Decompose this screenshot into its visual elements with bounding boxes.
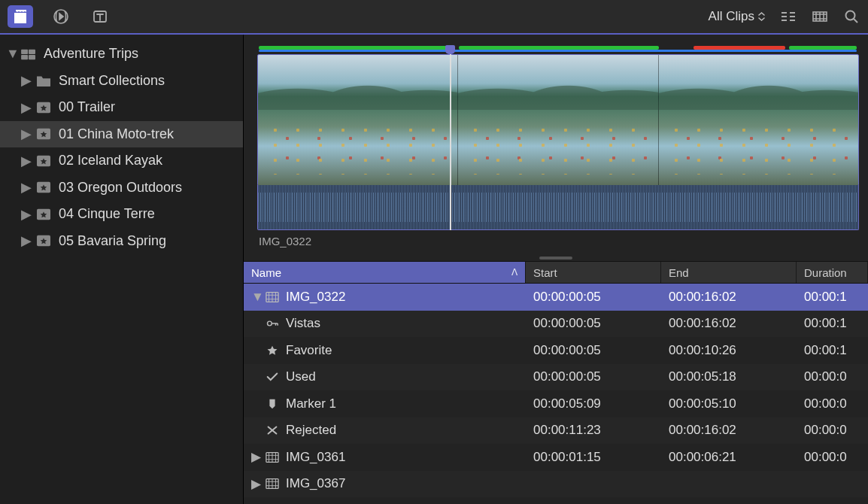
cell-dur: 00:00:0 [797, 390, 868, 417]
list-row[interactable]: ▼IMG_032200:00:00:0500:00:16:0200:00:1 [244, 284, 868, 311]
disclosure-triangle-icon[interactable]: ▶ [251, 449, 262, 465]
cell-start: 00:00:00:05 [526, 337, 661, 364]
list-row[interactable]: Rejected00:00:11:2300:00:16:0200:00:0 [244, 417, 868, 445]
film-icon [265, 477, 280, 490]
list-row[interactable]: ▶IMG_0367 [244, 471, 868, 498]
star-icon [265, 344, 280, 357]
audio-waveform[interactable] [257, 185, 859, 230]
cell-dur [797, 471, 868, 498]
key-icon [265, 317, 280, 330]
sidebar-item[interactable]: ▶05 Bavaria Spring [0, 228, 243, 255]
disclosure-triangle-icon[interactable]: ▶ [21, 72, 32, 89]
column-end[interactable]: End [661, 262, 797, 283]
cell-dur: 00:00:0 [797, 417, 868, 445]
sidebar-item-label: 05 Bavaria Spring [59, 233, 166, 249]
cell-end [661, 471, 797, 498]
column-start[interactable]: Start [526, 262, 661, 283]
x-icon [265, 424, 280, 437]
cell-start: 00:00:01:15 [526, 444, 661, 471]
audio-tab-icon[interactable] [50, 5, 72, 28]
marker-icon [265, 397, 280, 411]
library-name: Adventure Trips [44, 46, 138, 62]
media-tab-icon[interactable] [8, 5, 33, 28]
event-icon [35, 153, 53, 169]
disclosure-triangle-icon[interactable]: ▶ [21, 206, 32, 223]
event-icon [35, 180, 53, 195]
disclosure-triangle-icon[interactable]: ▼ [6, 46, 17, 62]
event-icon [35, 233, 53, 248]
marker-bar [257, 45, 859, 54]
svg-rect-6 [21, 55, 28, 59]
row-name: Rejected [286, 423, 336, 438]
cell-start [526, 471, 661, 498]
folder-icon [35, 73, 53, 88]
updown-caret-icon [757, 11, 766, 23]
filmstrip[interactable] [257, 54, 859, 186]
svg-rect-5 [29, 49, 35, 53]
disclosure-triangle-icon[interactable]: ▼ [251, 290, 262, 305]
sort-caret-icon: ᐱ [511, 267, 517, 278]
cell-end: 00:00:05:18 [661, 364, 797, 391]
film-icon [265, 451, 280, 464]
cell-end: 00:00:16:02 [661, 311, 797, 338]
sidebar-item-label: Smart Collections [59, 73, 165, 89]
range-marker[interactable] [259, 50, 856, 52]
sidebar-item[interactable]: ▶00 Trailer [0, 94, 243, 121]
library-root[interactable]: ▼ Adventure Trips [0, 41, 243, 68]
event-icon [35, 100, 53, 115]
sidebar-item[interactable]: ▶02 Iceland Kayak [0, 147, 243, 175]
svg-point-15 [268, 321, 272, 326]
disclosure-triangle-icon[interactable]: ▶ [21, 153, 32, 169]
toolbar: All Clips [0, 0, 868, 35]
disclosure-triangle-icon[interactable]: ▶ [251, 476, 262, 492]
svg-rect-4 [21, 49, 28, 53]
sidebar-item[interactable]: ▶Smart Collections [0, 68, 243, 95]
disclosure-triangle-icon[interactable]: ▶ [21, 179, 32, 196]
playhead[interactable] [450, 54, 451, 230]
row-name: IMG_0322 [286, 290, 345, 305]
pane-splitter[interactable] [244, 255, 868, 261]
column-name[interactable]: Name ᐱ [244, 262, 526, 283]
sidebar-item-label: 02 Iceland Kayak [59, 153, 162, 169]
disclosure-triangle-icon[interactable]: ▶ [21, 232, 32, 249]
cell-end: 00:00:16:02 [661, 417, 797, 445]
disclosure-triangle-icon[interactable]: ▶ [21, 126, 32, 142]
cell-dur: 00:00:0 [797, 444, 868, 471]
sidebar-item[interactable]: ▶01 China Moto-trek [0, 121, 243, 148]
row-name: Favorite [286, 343, 332, 358]
list-row[interactable]: Favorite00:00:00:0500:00:10:2600:00:1 [244, 337, 868, 364]
cell-dur: 00:00:1 [797, 311, 868, 338]
titles-tab-icon[interactable] [89, 5, 111, 28]
library-sidebar: ▼ Adventure Trips ▶Smart Collections▶00 … [0, 35, 244, 504]
svg-rect-7 [29, 55, 35, 59]
list-row[interactable]: ▶IMG_036100:00:01:1500:00:06:2100:00:0 [244, 444, 868, 471]
sidebar-item[interactable]: ▶03 Oregon Outdoors [0, 175, 243, 202]
browser-content: IMG_0322 Name ᐱ Start End Duration ▼IMG_… [244, 35, 868, 504]
cell-dur: 00:00:1 [797, 337, 868, 364]
cell-start: 00:00:00:05 [526, 284, 661, 311]
list-row[interactable]: Used00:00:00:0500:00:05:1800:00:0 [244, 364, 868, 391]
event-icon [35, 207, 53, 222]
list-row[interactable]: Marker 100:00:05:0900:00:05:1000:00:0 [244, 390, 868, 417]
clips-filter-dropdown[interactable]: All Clips [709, 9, 766, 24]
cell-end: 00:00:16:02 [661, 284, 797, 311]
list-header: Name ᐱ Start End Duration [244, 261, 868, 284]
filmstrip-view-icon[interactable] [811, 5, 829, 28]
clip-list: Name ᐱ Start End Duration ▼IMG_032200:00… [244, 261, 868, 504]
cell-start: 00:00:05:09 [526, 390, 661, 417]
list-row[interactable]: Vistas00:00:00:0500:00:16:0200:00:1 [244, 311, 868, 338]
svg-point-3 [846, 11, 855, 20]
list-view-icon[interactable] [779, 5, 797, 28]
check-icon [265, 370, 280, 384]
film-icon [265, 290, 280, 304]
search-icon[interactable] [842, 5, 860, 28]
event-icon [35, 126, 53, 141]
sidebar-item-label: 03 Oregon Outdoors [59, 180, 182, 196]
disclosure-triangle-icon[interactable]: ▶ [21, 99, 32, 116]
sidebar-item-label: 04 Cinque Terre [59, 206, 155, 222]
cell-start: 00:00:11:23 [526, 417, 661, 445]
column-duration[interactable]: Duration [797, 262, 868, 283]
clips-filter-label: All Clips [709, 9, 754, 24]
row-name: Marker 1 [286, 396, 336, 411]
sidebar-item[interactable]: ▶04 Cinque Terre [0, 201, 243, 228]
